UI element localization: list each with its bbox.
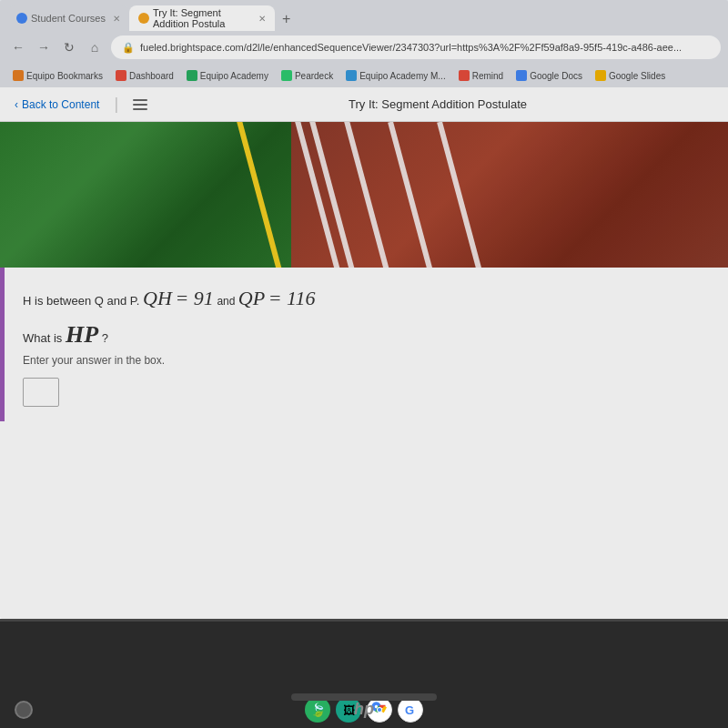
brightspace-header: ‹ Back to Content | Try It: Segment Addi… [0,87,728,122]
nav-buttons: ← → ↻ ⌂ [7,36,106,58]
bookmark-google-slides[interactable]: Google Slides [590,68,671,83]
laptop-bezel: 🍃 🖼 G [0,619,728,728]
hamburger-line-2 [133,104,147,106]
taskbar-circle-button[interactable] [15,701,33,719]
lane-line-5 [437,122,487,268]
what-is-label: What is [23,331,62,345]
back-to-content-button[interactable]: ‹ Back to Content [15,98,99,111]
hp-logo: hp [354,700,374,719]
bookmark-label-equipo-m: Equipo Academy M... [359,71,446,81]
tab-label-student-courses: Student Courses [31,13,106,24]
url-bar[interactable]: 🔒 fueled.brightspace.com/d2l/le/enhanced… [111,35,721,59]
bookmark-peardeck[interactable]: Peardeck [276,68,339,83]
page-title: Try It: Segment Addition Postulate [162,97,713,111]
bookmark-google-docs[interactable]: Google Docs [511,68,588,83]
files-icon-symbol: 🍃 [310,703,326,717]
back-to-content-label: Back to Content [22,98,99,111]
hp-variable: HP [66,321,98,348]
bookmark-icon-slides [595,70,606,81]
instruction-text: Enter your answer in the box. [23,354,710,367]
screen: Student Courses ✕ Try It: Segment Additi… [0,0,728,619]
tab-try-it-segment[interactable]: Try It: Segment Addition Postula ✕ [129,5,275,31]
hamburger-line-3 [133,108,147,110]
bookmark-icon-equipo [13,70,24,81]
equation2-rhs: 116 [287,287,315,309]
hamburger-line-1 [133,99,147,101]
question-wrapper: H is between Q and P. QH = 91 and QP = 1… [0,268,728,421]
bookmark-icon-docs [516,70,527,81]
browser-chrome: Student Courses ✕ Try It: Segment Additi… [0,0,728,87]
question-line-1: H is between Q and P. QH = 91 and QP = 1… [23,282,710,314]
question-prefix: H is between Q and P. [23,294,139,308]
bookmark-equipo-m[interactable]: Equipo Academy M... [340,68,451,83]
answer-input[interactable] [23,378,59,407]
bookmarks-bar: Equipo Bookmarks Dashboard Equipo Academ… [0,64,728,87]
lane-line-4 [388,122,438,268]
files-icon[interactable]: 🍃 [305,697,330,723]
forward-button[interactable]: → [33,36,55,58]
bookmark-label-slides: Google Slides [609,71,665,81]
track-lane-lines [218,122,510,268]
google-icon[interactable]: G [398,697,423,723]
refresh-button[interactable]: ↻ [58,36,80,58]
svg-point-2 [378,708,381,712]
equation1-lhs: QH [143,287,172,309]
tab-close-try-it[interactable]: ✕ [258,14,266,24]
bookmark-dashboard[interactable]: Dashboard [110,68,179,83]
new-tab-button[interactable]: + [275,7,298,31]
equation1-equals: = [175,287,193,309]
separator: | [114,95,118,114]
bookmark-label-academy: Equipo Academy [200,71,268,81]
bookmark-label-docs: Google Docs [530,71,582,81]
brightspace-content: ‹ Back to Content | Try It: Segment Addi… [0,87,728,421]
tab-icon-try-it [138,13,149,24]
settings-icon-symbol: 🖼 [343,703,355,717]
bookmark-icon-academy [187,70,197,81]
bookmark-icon-dashboard [116,70,126,81]
equation-connector: and [217,295,238,308]
back-button[interactable]: ← [7,36,29,58]
tab-close-student-courses[interactable]: ✕ [113,14,120,24]
hamburger-menu[interactable] [133,99,147,110]
bookmark-label-dashboard: Dashboard [129,71,174,81]
home-button[interactable]: ⌂ [84,36,106,58]
bookmark-label-equipo: Equipo Bookmarks [26,71,103,81]
bookmark-remind[interactable]: Remind [453,68,509,83]
tab-label-try-it: Try It: Segment Addition Postula [153,7,251,29]
bookmark-icon-peardeck [281,70,292,81]
equation2-equals: = [268,287,287,309]
content-inner: H is between Q and P. QH = 91 and QP = 1… [5,268,728,421]
lock-icon: 🔒 [122,42,135,54]
what-is-suffix: ? [102,331,108,345]
back-chevron-icon: ‹ [15,98,18,111]
url-text: fueled.brightspace.com/d2l/le/enhancedSe… [140,42,682,53]
bookmark-academy[interactable]: Equipo Academy [181,68,274,83]
what-is-line: What is HP ? [23,321,710,349]
equation1-rhs: 91 [194,287,214,309]
address-bar: ← → ↻ ⌂ 🔒 fueled.brightspace.com/d2l/le/… [0,31,728,64]
yellow-line [233,122,283,268]
track-background [0,122,728,268]
svg-text:G: G [405,703,414,717]
bookmark-equipo-bookmarks[interactable]: Equipo Bookmarks [7,68,108,83]
bookmark-label-peardeck: Peardeck [295,71,333,81]
equation2-lhs: QP [238,287,265,309]
google-logo-svg: G [403,703,418,717]
tab-bar: Student Courses ✕ Try It: Segment Additi… [0,0,728,31]
bookmark-icon-email [346,70,357,81]
bookmark-label-remind: Remind [472,71,503,81]
bookmark-icon-remind [459,70,470,81]
tab-student-courses[interactable]: Student Courses ✕ [7,5,129,31]
tab-icon-student-courses [16,13,27,24]
track-image [0,122,728,268]
